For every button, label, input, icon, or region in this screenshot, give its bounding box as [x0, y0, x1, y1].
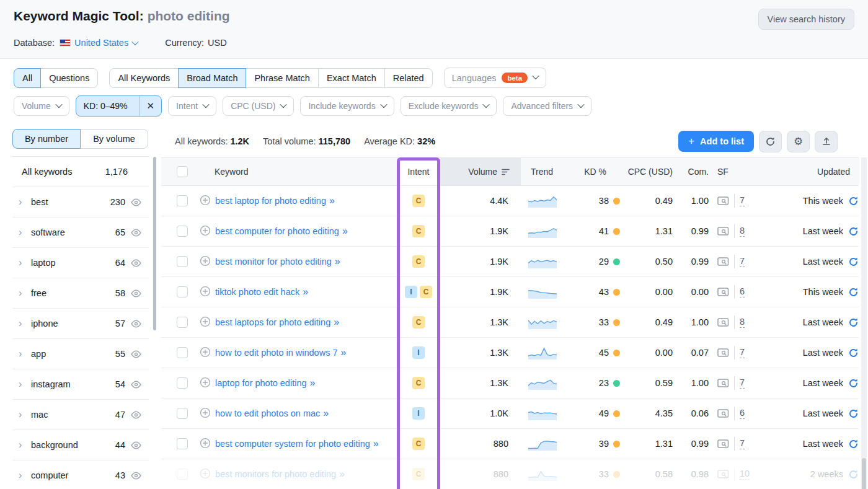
row-checkbox[interactable] [177, 195, 188, 206]
sf-count-link[interactable]: 7 [740, 347, 745, 358]
row-checkbox[interactable] [177, 226, 188, 237]
serp-preview-icon[interactable] [717, 257, 729, 267]
add-keyword-icon[interactable] [200, 286, 211, 297]
database-select[interactable]: United States [74, 38, 138, 48]
by-number-tab[interactable]: By number [12, 129, 81, 149]
include-keywords-dropdown[interactable]: Include keywords [300, 96, 394, 116]
serp-preview-icon[interactable] [717, 439, 729, 449]
cpc-filter-dropdown[interactable]: CPC (USD) [223, 96, 294, 116]
eye-icon[interactable] [131, 350, 141, 358]
sf-count-link[interactable]: 7 [740, 438, 745, 449]
col-header-updated[interactable]: Updated [766, 167, 859, 177]
expand-group-icon[interactable]: › [19, 258, 31, 268]
volume-filter-dropdown[interactable]: Volume [14, 96, 69, 116]
refresh-metrics-icon[interactable] [848, 378, 859, 389]
serp-preview-icon[interactable] [717, 317, 729, 327]
col-header-intent[interactable]: Intent [397, 158, 440, 185]
keyword-link[interactable]: tiktok photo edit hack [215, 287, 299, 297]
refresh-metrics-icon[interactable] [848, 287, 859, 297]
tab-exact-match[interactable]: Exact Match [318, 68, 385, 88]
keyword-group-item[interactable]: › iphone 57 [12, 309, 149, 339]
keyword-link[interactable]: best monitors for photo editing [215, 469, 336, 479]
expand-keyword-icon[interactable]: » [329, 195, 335, 206]
eye-icon[interactable] [131, 198, 141, 206]
row-checkbox[interactable] [177, 317, 188, 328]
refresh-metrics-icon[interactable] [848, 196, 859, 206]
serp-preview-icon[interactable] [717, 226, 729, 236]
keyword-group-item[interactable]: › software 65 [12, 218, 149, 248]
tab-broad-match[interactable]: Broad Match [178, 68, 246, 88]
col-header-com[interactable]: Com. [679, 167, 716, 177]
expand-keyword-icon[interactable]: » [334, 317, 339, 327]
keyword-group-item[interactable]: › free 58 [12, 278, 149, 309]
expand-keyword-icon[interactable]: » [323, 408, 329, 418]
add-keyword-icon[interactable] [200, 438, 211, 449]
row-checkbox[interactable] [177, 377, 188, 389]
settings-button[interactable]: ⚙ [787, 131, 810, 152]
sf-count-link[interactable]: 7 [740, 377, 745, 389]
keyword-group-item[interactable]: › laptop 64 [12, 248, 149, 278]
serp-preview-icon[interactable] [717, 196, 729, 206]
serp-preview-icon[interactable] [717, 348, 729, 358]
expand-keyword-icon[interactable]: » [373, 438, 379, 449]
refresh-metrics-icon[interactable] [848, 317, 859, 328]
keyword-group-item[interactable]: › background 44 [12, 430, 149, 460]
all-keywords-group[interactable]: All keywords 1,176 [12, 157, 149, 187]
row-checkbox[interactable] [177, 469, 188, 480]
export-button[interactable] [815, 131, 838, 152]
serp-preview-icon[interactable] [717, 378, 729, 388]
row-checkbox[interactable] [177, 438, 188, 449]
sidebar-scrollbar[interactable] [153, 157, 156, 330]
refresh-metrics-icon[interactable] [848, 469, 859, 480]
tab-all-keywords[interactable]: All Keywords [109, 68, 179, 88]
expand-group-icon[interactable]: › [19, 197, 31, 207]
col-header-volume[interactable]: Volume [440, 158, 521, 185]
tab-phrase-match[interactable]: Phrase Match [246, 68, 318, 88]
add-keyword-icon[interactable] [200, 316, 211, 327]
keyword-link[interactable]: laptop for photo editing [215, 378, 307, 388]
keyword-group-item[interactable]: › app 55 [12, 339, 149, 369]
tab-related[interactable]: Related [384, 68, 433, 88]
refresh-metrics-icon[interactable] [848, 439, 859, 449]
add-keyword-icon[interactable] [200, 407, 211, 418]
expand-keyword-icon[interactable]: » [335, 256, 340, 267]
refresh-metrics-icon[interactable] [848, 257, 859, 267]
keyword-link[interactable]: best laptop for photo editing [215, 196, 326, 206]
keyword-link[interactable]: best computer for photo editing [215, 226, 339, 236]
eye-icon[interactable] [131, 289, 141, 297]
add-to-list-button[interactable]: +Add to list [678, 131, 754, 152]
row-checkbox[interactable] [177, 408, 188, 419]
expand-keyword-icon[interactable]: » [341, 347, 347, 358]
add-keyword-icon[interactable] [200, 225, 211, 236]
keyword-link[interactable]: best monitor for photo editing [215, 257, 332, 267]
row-checkbox[interactable] [177, 286, 188, 297]
sf-count-link[interactable]: 6 [740, 408, 745, 419]
sf-count-link[interactable]: 7 [740, 195, 745, 206]
refresh-table-button[interactable] [759, 131, 782, 152]
table-scrollbar-thumb[interactable] [862, 458, 866, 489]
table-scrollbar[interactable] [861, 157, 867, 489]
sf-count-link[interactable]: 8 [740, 317, 745, 328]
intent-filter-dropdown[interactable]: Intent [168, 96, 216, 116]
add-keyword-icon[interactable] [200, 468, 211, 479]
eye-icon[interactable] [131, 411, 141, 419]
sf-count-link[interactable]: 10 [740, 469, 750, 480]
kd-filter-chip[interactable]: KD: 0–49% ✕ [76, 95, 162, 117]
keyword-group-item[interactable]: › best 230 [12, 187, 149, 218]
row-checkbox[interactable] [177, 347, 188, 358]
expand-keyword-icon[interactable]: » [303, 286, 308, 297]
languages-dropdown[interactable]: Languages beta [444, 68, 546, 88]
expand-group-icon[interactable]: › [19, 440, 31, 450]
eye-icon[interactable] [131, 441, 141, 449]
expand-keyword-icon[interactable]: » [342, 226, 348, 236]
expand-keyword-icon[interactable]: » [310, 377, 316, 388]
eye-icon[interactable] [131, 229, 141, 237]
row-checkbox[interactable] [177, 256, 188, 267]
col-header-cpc[interactable]: CPC (USD) [620, 167, 679, 177]
keyword-group-item[interactable]: › mac 47 [12, 400, 149, 430]
sf-count-link[interactable]: 6 [740, 286, 745, 297]
serp-preview-icon[interactable] [717, 469, 729, 479]
expand-group-icon[interactable]: › [19, 319, 31, 328]
expand-group-icon[interactable]: › [19, 288, 31, 298]
eye-icon[interactable] [131, 259, 141, 267]
